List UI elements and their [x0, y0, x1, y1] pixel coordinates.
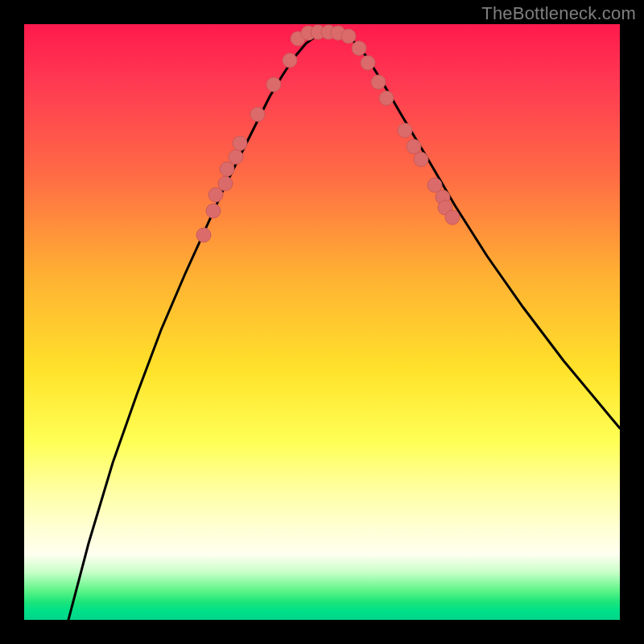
watermark-text: TheBottleneck.com [481, 3, 636, 24]
data-point [445, 210, 460, 225]
data-point [398, 123, 412, 138]
data-point [283, 53, 297, 68]
data-point [379, 91, 394, 105]
chart-frame: TheBottleneck.com [0, 0, 644, 644]
data-point [229, 150, 243, 164]
data-point [218, 176, 233, 191]
data-point [371, 75, 386, 89]
data-markers [196, 25, 460, 242]
data-point [250, 107, 265, 122]
data-point [266, 77, 281, 92]
chart-svg [24, 24, 620, 620]
data-point [220, 162, 234, 176]
data-point [352, 41, 366, 56]
data-point [407, 139, 421, 154]
bottleneck-curve [68, 33, 620, 620]
data-point [208, 188, 223, 202]
data-point [361, 56, 375, 70]
data-point [233, 136, 247, 151]
data-point [414, 152, 428, 167]
data-point [206, 204, 221, 218]
data-point [196, 228, 211, 242]
data-point [341, 29, 356, 43]
